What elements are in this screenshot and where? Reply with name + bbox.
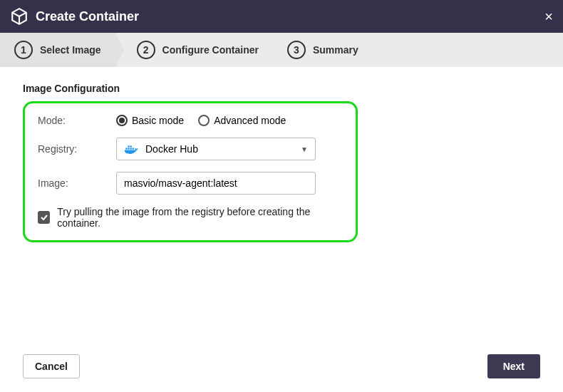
wizard-steps: 1 Select Image 2 Configure Container 3 S… <box>0 33 563 67</box>
svg-rect-1 <box>128 148 129 149</box>
svg-rect-3 <box>133 148 134 149</box>
svg-rect-2 <box>130 148 131 149</box>
next-button[interactable]: Next <box>487 354 540 378</box>
docker-icon <box>124 144 138 154</box>
pull-image-row: Try pulling the image from the registry … <box>38 206 343 229</box>
pull-image-checkbox[interactable] <box>38 211 50 224</box>
step-number: 1 <box>14 41 33 59</box>
step-label: Select Image <box>40 44 101 56</box>
image-configuration-box: Mode: Basic mode Advanced mode Registry: <box>23 101 358 242</box>
dialog-header: Create Container × <box>0 0 563 33</box>
close-icon[interactable]: × <box>544 9 553 25</box>
step-label: Configure Container <box>162 44 259 56</box>
radio-label: Basic mode <box>132 115 184 126</box>
mode-label: Mode: <box>38 115 116 126</box>
radio-advanced-mode[interactable]: Advanced mode <box>198 115 286 126</box>
pull-image-label: Try pulling the image from the registry … <box>57 206 343 229</box>
mode-radio-group: Basic mode Advanced mode <box>116 115 286 126</box>
radio-icon <box>116 115 128 126</box>
registry-select[interactable]: Docker Hub ▼ <box>116 138 316 160</box>
radio-basic-mode[interactable]: Basic mode <box>116 115 184 126</box>
step-number: 2 <box>137 41 155 59</box>
chevron-down-icon: ▼ <box>301 145 308 153</box>
dialog-title: Create Container <box>36 9 139 24</box>
step-select-image[interactable]: 1 Select Image <box>0 33 115 67</box>
registry-value: Docker Hub <box>145 143 198 155</box>
cube-icon <box>10 7 29 26</box>
registry-row: Registry: Dock <box>38 138 343 160</box>
section-title: Image Configuration <box>23 83 540 94</box>
image-input[interactable] <box>116 172 316 195</box>
step-label: Summary <box>313 44 358 56</box>
svg-rect-4 <box>128 145 129 147</box>
mode-row: Mode: Basic mode Advanced mode <box>38 115 343 126</box>
dialog-footer: Cancel Next <box>0 352 563 392</box>
svg-rect-5 <box>130 145 131 147</box>
registry-label: Registry: <box>38 143 116 155</box>
step-number: 3 <box>287 41 306 59</box>
svg-rect-0 <box>125 148 127 149</box>
content-area: Image Configuration Mode: Basic mode Adv… <box>0 67 563 352</box>
image-label: Image: <box>38 177 116 189</box>
step-configure-container[interactable]: 2 Configure Container <box>115 33 273 67</box>
radio-icon <box>198 115 210 126</box>
step-summary[interactable]: 3 Summary <box>273 33 373 67</box>
image-row: Image: <box>38 172 343 195</box>
radio-label: Advanced mode <box>214 115 286 126</box>
cancel-button[interactable]: Cancel <box>23 354 80 378</box>
